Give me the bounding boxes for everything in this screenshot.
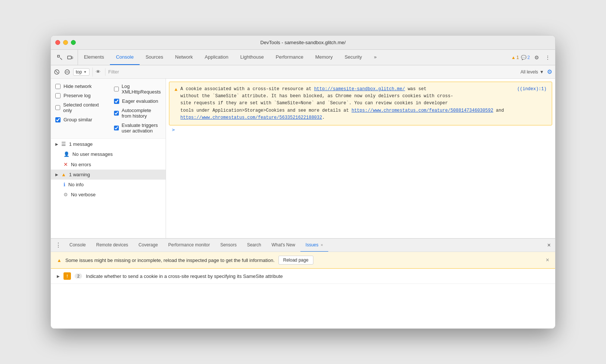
drawer-tab-sensors[interactable]: Sensors [215,239,242,252]
selected-context-checkbox[interactable] [55,105,60,110]
maximize-button[interactable] [71,40,76,45]
tab-memory[interactable]: Memory [309,50,339,65]
warning-count-badge[interactable]: ▲ 1 [511,55,519,60]
more-options-icon[interactable]: ⋮ [543,53,552,62]
levels-dropdown[interactable]: All levels ▼ [521,69,544,75]
close-issues-tab-icon[interactable]: × [321,243,323,247]
sidebar-info-label: No info [68,182,84,187]
warning-triangle-icon: ▲ [511,55,516,60]
tab-performance[interactable]: Performance [270,50,309,65]
main-area: Hide network Preserve log Selected conte… [51,79,555,238]
tab-more[interactable]: » [368,50,382,65]
sidebar-item-warnings[interactable]: ▶ ▲ 1 warning [51,170,166,180]
eager-eval-checkbox[interactable] [114,99,119,104]
sidebar-item-errors[interactable]: ✕ No errors [51,159,166,170]
tab-console[interactable]: Console [110,50,140,65]
svg-rect-0 [58,55,59,57]
info-icon: ℹ [63,182,65,187]
tab-sources[interactable]: Sources [140,50,169,65]
clear-console-icon[interactable] [52,68,61,76]
sidebar-item-verbose[interactable]: ⚙ No verbose [51,190,166,200]
group-similar-label: Group similar [63,117,92,122]
expand-warnings-icon: ▶ [55,173,58,177]
warning-triangle-icon: ▲ [61,172,66,177]
sidebar-item-info[interactable]: ℹ No info [51,180,166,190]
drawer-tab-coverage[interactable]: Coverage [133,239,163,252]
block-icon[interactable] [63,68,72,76]
warning-icon: ▲ [175,86,177,94]
filter-input[interactable] [108,69,518,75]
issues-panel: ▲ Some issues might be missing or incomp… [51,252,555,328]
user-icon: 👤 [63,151,69,157]
bottom-drawer: ⋮ Console Remote devices Coverage Perfor… [51,238,555,328]
settings-panel: Hide network Preserve log Selected conte… [55,82,161,135]
close-button[interactable] [55,40,60,45]
tab-security[interactable]: Security [339,50,368,65]
info-count-badge[interactable]: 💬 2 [521,55,530,60]
issues-warning-banner: ▲ Some issues might be missing or incomp… [51,252,555,269]
messages-list-icon: ☰ [61,141,66,147]
hide-network-checkbox[interactable] [55,84,61,89]
drawer-tab-remote-devices[interactable]: Remote devices [91,239,133,252]
drawer-menu-icon[interactable]: ⋮ [52,242,64,249]
preserve-log-checkbox[interactable] [55,93,61,98]
eval-triggers-checkbox[interactable] [114,125,119,131]
drawer-tab-issues[interactable]: Issues × [300,239,328,252]
autocomplete-label: Autocomplete from history [122,108,162,119]
samesite-link-1[interactable]: http://samesite-sandbox.glitch.me/ [314,86,405,92]
drawer-tab-performance-monitor[interactable]: Performance monitor [163,239,215,252]
setting-hide-network: Hide network [55,82,99,91]
minimize-button[interactable] [63,40,68,45]
tabbar-right: ▲ 1 💬 2 ⚙ ⋮ [508,50,555,65]
drawer-tab-console[interactable]: Console [64,239,91,252]
drawer-tab-search[interactable]: Search [242,239,266,252]
setting-group-similar: Group similar [55,115,99,124]
setting-eval-triggers: Evaluate triggers user activation [114,121,162,135]
verbose-icon: ⚙ [63,192,68,197]
close-drawer-icon[interactable]: × [544,242,554,249]
issue-count-badge: 2 [75,273,82,279]
settings-icon[interactable]: ⚙ [532,53,541,62]
sidebar-item-user-messages[interactable]: 👤 No user messages [51,149,166,159]
issue-expand-icon: ▶ [57,274,60,278]
error-icon: ✕ [63,161,68,167]
banner-close-icon[interactable]: × [546,257,549,263]
console-settings-icon[interactable]: ⚙ [545,67,554,77]
drawer-tab-whats-new[interactable]: What's New [266,239,300,252]
console-prompt[interactable]: > [169,125,552,134]
reload-page-button[interactable]: Reload page [278,256,313,265]
window-controls [55,40,76,45]
setting-eager-eval: Eager evaluation [114,96,162,106]
tab-lighthouse[interactable]: Lighthouse [234,50,270,65]
settings-col-1: Hide network Preserve log Selected conte… [55,82,99,135]
console-message-area: ▲ A cookie associated with a cross-site … [166,79,555,238]
tab-elements[interactable]: Elements [78,50,110,65]
issue-item-samesite[interactable]: ▶ ! 2 Indicate whether to send a cookie … [51,269,555,284]
tab-application[interactable]: Application [199,50,234,65]
sidebar-errors-label: No errors [71,162,91,167]
chromestatus-link-2[interactable]: https://www.chromestatus.com/feature/563… [180,115,322,120]
console-sidebar: Hide network Preserve log Selected conte… [51,79,166,238]
sidebar-item-messages[interactable]: ▶ ☰ 1 message [51,139,166,149]
issue-label: Indicate whether to send a cookie in a c… [86,273,283,279]
console-warning-message: ▲ A cookie associated with a cross-site … [169,82,552,125]
eye-icon[interactable]: 👁 [94,68,102,76]
autocomplete-checkbox[interactable] [114,111,119,116]
chevron-down-icon: ▼ [84,70,87,74]
file-ref[interactable]: ((index):1) [517,86,547,93]
tab-network[interactable]: Network [169,50,199,65]
chromestatus-link-1[interactable]: https://www.chromestatus.com/feature/508… [352,108,493,113]
svg-rect-2 [72,57,73,59]
sidebar-warnings-label: 1 warning [69,172,90,177]
device-toolbar-icon[interactable] [66,53,75,62]
eval-triggers-label: Evaluate triggers user activation [122,122,162,134]
eager-eval-label: Eager evaluation [122,98,159,104]
context-selector[interactable]: top ▼ [73,68,89,76]
inspect-element-icon[interactable] [55,53,64,62]
separator [105,68,105,76]
settings-col-2: Log XMLHttpRequests Eager evaluation Aut… [114,82,162,135]
devtools-window: DevTools - samesite-sandbox.glitch.me/ E… [50,35,556,329]
group-similar-checkbox[interactable] [55,117,61,122]
levels-chevron-icon: ▼ [540,69,544,75]
log-xmlhttp-checkbox[interactable] [114,86,119,92]
